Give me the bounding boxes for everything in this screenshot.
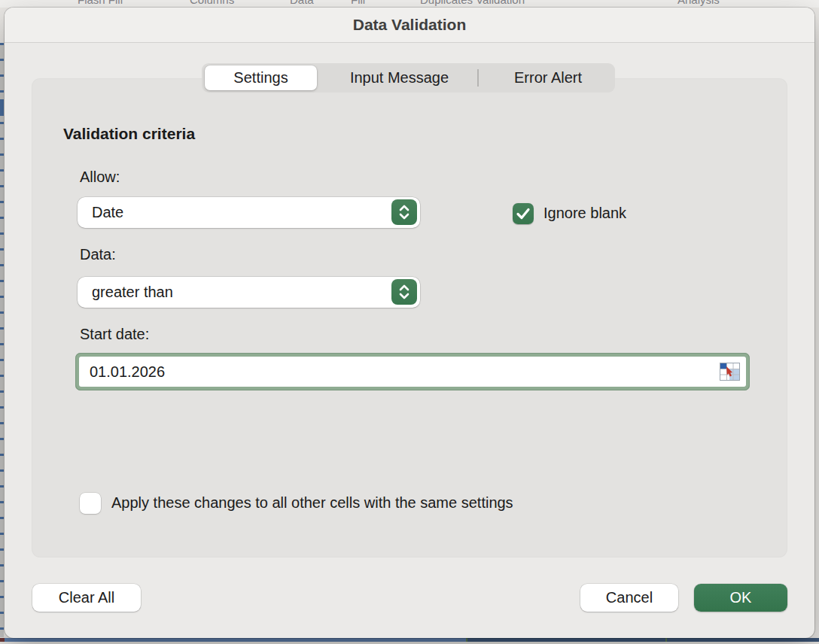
- background-selected-row: [667, 638, 819, 642]
- ribbon-fragment: Fill: [351, 0, 365, 6]
- background-selection-sliver: [0, 99, 4, 116]
- cancel-label: Cancel: [606, 589, 653, 606]
- ribbon-fragment: Duplicates Validation: [420, 0, 525, 6]
- checkmark-icon: [513, 203, 534, 224]
- start-date-focus-ring: 01.01.2026: [75, 353, 750, 390]
- clear-all-button[interactable]: Clear All: [32, 584, 141, 612]
- apply-all-label[interactable]: Apply these changes to all other cells w…: [111, 494, 513, 512]
- background-gridline: [665, 638, 667, 642]
- ok-label: OK: [730, 589, 752, 606]
- ribbon-fragment: Analysis: [677, 0, 720, 6]
- dialog-title: Data Validation: [353, 16, 467, 34]
- ignore-blank-label[interactable]: Ignore blank: [543, 205, 626, 222]
- tab-group: Settings Input Message Error Alert: [202, 63, 615, 93]
- cancel-button[interactable]: Cancel: [580, 584, 678, 612]
- start-date-label: Start date:: [80, 326, 149, 343]
- allow-dropdown[interactable]: Date: [78, 197, 420, 228]
- background-selected-row: [0, 638, 467, 642]
- clear-all-label: Clear All: [59, 589, 114, 606]
- apply-all-checkbox[interactable]: [80, 493, 101, 514]
- start-date-value: 01.01.2026: [79, 363, 165, 381]
- background-gridline: [466, 638, 467, 642]
- ignore-blank-checkbox[interactable]: [513, 203, 534, 224]
- background-spreadsheet-bottom: [0, 637, 819, 644]
- ok-button[interactable]: OK: [694, 584, 787, 612]
- background-selected-row: [467, 638, 667, 642]
- tab-error-alert-label: Error Alert: [514, 69, 582, 87]
- ribbon-fragment: Data: [290, 0, 314, 6]
- data-dropdown[interactable]: greater than: [78, 277, 420, 308]
- ribbon-fragment: Flash Fill: [78, 0, 123, 6]
- allow-dropdown-value: Date: [78, 204, 123, 221]
- background-ribbon-strip: Flash Fill Columns Data Fill Duplicates …: [0, 0, 819, 8]
- background-cell-fragment: [0, 638, 5, 642]
- tab-error-alert[interactable]: Error Alert: [484, 63, 612, 93]
- ribbon-fragment: Columns: [190, 0, 234, 6]
- tab-settings[interactable]: Settings: [205, 65, 317, 90]
- settings-panel: [32, 79, 787, 557]
- dialog-titlebar: Data Validation: [5, 8, 814, 43]
- data-validation-dialog: Data Validation Settings Input Message E…: [5, 8, 814, 638]
- chevron-up-down-icon: [391, 279, 417, 305]
- range-selector-icon[interactable]: [720, 363, 740, 381]
- tab-divider: [477, 69, 479, 87]
- data-dropdown-value: greater than: [78, 284, 173, 301]
- background-spreadsheet-rows: [0, 43, 4, 638]
- start-date-input[interactable]: 01.01.2026: [79, 357, 746, 387]
- tab-input-message-label: Input Message: [350, 69, 449, 87]
- chevron-up-down-icon: [391, 199, 417, 225]
- allow-label: Allow:: [80, 169, 120, 186]
- data-label: Data:: [80, 246, 116, 263]
- validation-criteria-heading: Validation criteria: [63, 125, 195, 143]
- tab-input-message[interactable]: Input Message: [322, 63, 476, 93]
- tab-settings-label: Settings: [233, 69, 288, 87]
